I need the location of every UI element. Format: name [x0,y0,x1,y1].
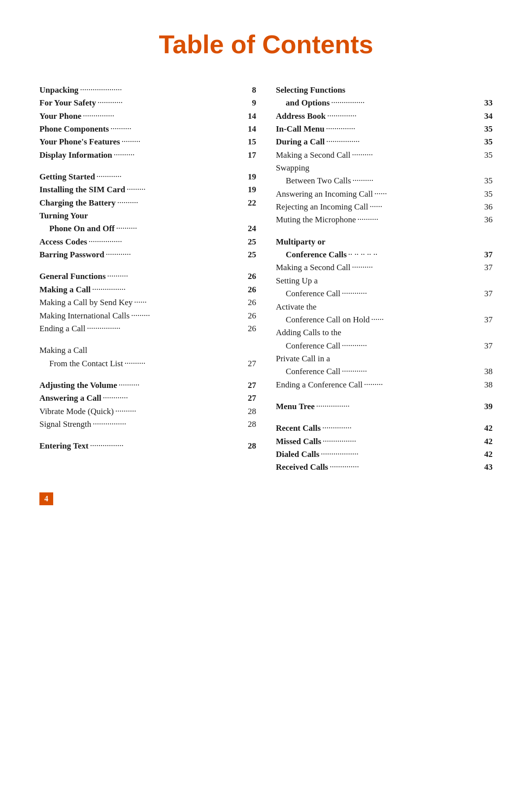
list-item: Making a Call ················ 26 [39,283,256,296]
list-item: Making a Call From the Contact List ····… [39,344,256,370]
list-item: Display Information ·········· 17 [39,149,256,162]
list-item: During a Call ················ 35 [276,136,493,148]
page-number: 4 [39,492,53,505]
list-item: Signal Strength ················ 28 [39,418,256,431]
list-item: Answering a Call ············ 27 [39,392,256,405]
list-item: Answering an Incoming Call ······ 35 [276,188,493,201]
list-item: Unpacking ···················· 8 [39,84,256,97]
list-item: Adjusting the Volume ·········· 27 [39,379,256,392]
list-item: Recent Calls ·············· 42 [276,422,493,435]
list-item: General Functions ·········· 26 [39,270,256,283]
list-item: Adding Calls to the Conference Call ····… [276,326,493,352]
list-item: Ending a Call ················ 26 [39,322,256,335]
left-column: Unpacking ···················· 8 For You… [39,84,256,505]
list-item: Getting Started ············ 19 [39,171,256,183]
list-item: Received Calls ·············· 43 [276,461,493,474]
list-item: Selecting Functions and Options ········… [276,84,493,110]
right-column: Selecting Functions and Options ········… [276,84,493,474]
list-item: Barring Password ············ 25 [39,248,256,261]
list-item: Missed Calls ················ 42 [276,435,493,448]
list-item: Making a Second Call ·········· 35 [276,149,493,162]
list-item: Multiparty or Conference Calls ·· ·· ·· … [276,236,493,262]
list-item: Installing the SIM Card ········· 19 [39,183,256,196]
list-item: Activate the Conference Call on Hold ···… [276,301,493,327]
list-item: For Your Safety ············ 9 [39,97,256,109]
list-item: Ending a Conference Call ········· 38 [276,379,493,391]
list-item: Private Call in a Conference Call ······… [276,352,493,379]
list-item: Making International Calls ········· 26 [39,310,256,322]
list-item: Rejecting an Incoming Call ······ 36 [276,201,493,213]
list-item: Muting the Microphone ·········· 36 [276,213,493,226]
list-item: Making a Call by Send Key ······ 26 [39,296,256,309]
list-item: Your Phone ··············· 14 [39,110,256,123]
list-item: Setting Up a Conference Call ···········… [276,275,493,301]
list-item: Swapping Between Two Calls ·········· 35 [276,162,493,188]
toc-container: Unpacking ···················· 8 For You… [39,84,493,505]
list-item: Your Phone's Features ········· 15 [39,136,256,148]
list-item: Vibrate Mode (Quick) ·········· 28 [39,405,256,418]
list-item: Entering Text ················ 28 [39,440,256,452]
list-item: Making a Second Call ·········· 37 [276,261,493,274]
list-item: Charging the Battery ·········· 22 [39,197,256,209]
list-item: Turning Your Phone On and Off ··········… [39,209,256,236]
page-title: Table of Contents [39,30,493,59]
list-item: In-Call Menu ·············· 35 [276,123,493,136]
list-item: Phone Components ·········· 14 [39,123,256,136]
list-item: Access Codes ················ 25 [39,236,256,248]
list-item: Dialed Calls ·················· 42 [276,448,493,461]
list-item: Address Book ·············· 34 [276,110,493,123]
list-item: Menu Tree ················ 39 [276,400,493,413]
